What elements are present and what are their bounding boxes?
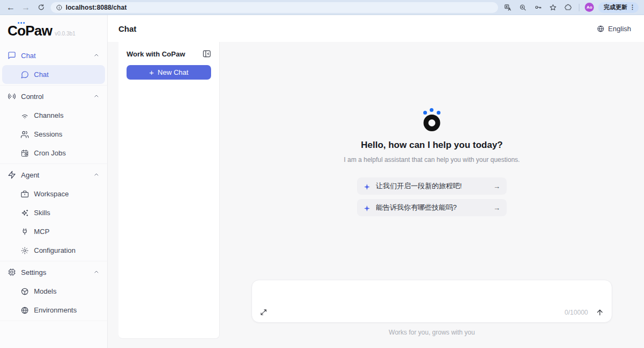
chevron-up-icon[interactable] [93,172,100,178]
password-key-icon[interactable] [533,2,543,13]
briefcase-icon [20,190,29,198]
broadcast-icon [8,92,16,101]
translate-icon[interactable] [502,2,513,13]
collapse-panel-icon[interactable] [202,49,212,59]
hero-block: Hello, how can I help you today? I am a … [344,108,520,216]
char-counter: 0/10000 [565,309,588,316]
wifi-icon [20,111,29,120]
arrow-right-icon: → [493,182,500,190]
nav-group-control: Control Channels Sessions [0,86,107,164]
greeting-title: Hello, how can I help you today? [361,140,503,151]
sidebar-item-environments[interactable]: Environments [0,301,107,319]
sidebar-item-channels[interactable]: Channels [0,106,107,125]
sidebar: CoPaw v0.0.3b1 Chat Cha [0,15,108,348]
plus-icon: + [149,68,154,76]
browser-reload-button[interactable] [36,2,46,13]
suggestion-text: 能告诉我你有哪些技能吗? [376,203,457,212]
section-label: Chat [21,52,36,60]
item-label: MCP [34,228,50,236]
sidebar-section-control[interactable]: Control [0,87,107,106]
greeting-subtitle: I am a helpful assistant that can help y… [344,156,520,164]
sidebar-section-settings[interactable]: Settings [0,262,107,282]
language-switcher[interactable]: English [597,25,631,33]
model-sphere-icon [20,287,29,296]
sidebar-item-sessions[interactable]: Sessions [0,125,107,144]
sidebar-item-models[interactable]: Models [0,282,107,301]
item-label: Workspace [34,190,69,198]
new-chat-label: New Chat [158,68,188,76]
nav-group-settings: Settings Models Environments [0,261,107,321]
language-label: English [608,25,631,33]
app-shell: CoPaw v0.0.3b1 Chat Cha [0,15,644,348]
browser-back-button[interactable]: ← [5,2,16,13]
content-area: Chat English Work with CoPaw [108,15,644,348]
suggestion-chip[interactable]: 让我们开启一段新的旅程吧! → [357,177,507,195]
suggestion-chip[interactable]: 能告诉我你有哪些技能吗? → [357,199,507,216]
page-header: Chat English [108,15,644,42]
message-composer: 0/10000 [251,280,612,323]
bookmark-star-icon[interactable] [548,2,558,13]
nav-group-chat: Chat Chat [0,45,107,86]
chevron-up-icon[interactable] [93,269,100,275]
item-label: Chat [34,70,48,79]
sidebar-nav: Chat Chat Control [0,45,107,348]
expand-icon[interactable] [260,308,268,317]
chat-panel-title: Work with CoPaw [127,50,185,58]
section-label: Control [21,93,44,101]
copaw-paw-logo-icon [419,108,445,131]
section-label: Agent [21,171,39,179]
item-label: Models [34,287,57,295]
chevron-up-icon[interactable] [93,93,100,100]
profile-avatar[interactable]: Ao [585,3,594,12]
sidebar-section-chat[interactable]: Chat [0,46,107,65]
paw-dots-icon [18,22,25,24]
item-label: Skills [34,209,50,217]
new-chat-button[interactable]: + New Chat [127,65,211,80]
sidebar-item-cron-jobs[interactable]: Cron Jobs [0,144,107,162]
calendar-clock-icon [20,149,29,158]
toolbar-divider [579,4,579,11]
update-label: 完成更新 [604,3,627,11]
footer-tagline: Works for you, grows with you [389,329,475,336]
arrow-right-icon: → [493,204,500,212]
sidebar-item-skills[interactable]: Skills [0,203,107,222]
users-icon [20,130,29,139]
browser-update-button[interactable]: 完成更新 ⋮ [598,2,639,13]
brand-c: C [8,23,17,39]
site-info-icon[interactable] [56,4,62,11]
send-icon[interactable] [596,308,604,317]
url-text: localhost:8088/chat [66,4,127,11]
address-bar[interactable]: localhost:8088/chat [51,2,498,13]
sparkle-icon [363,204,370,211]
chat-panel-header: Work with CoPaw [118,42,219,64]
browser-forward-button[interactable]: → [20,2,31,13]
item-label: Cron Jobs [34,149,66,157]
composer-toolbar: 0/10000 [260,308,604,317]
sidebar-item-configuration[interactable]: Configuration [0,241,107,260]
item-label: Environments [34,306,76,314]
sidebar-item-workspace[interactable]: Workspace [0,184,107,203]
sparkle-icon [363,183,370,190]
version-label: v0.0.3b1 [55,31,75,37]
zap-icon [8,171,16,179]
page-title: Chat [118,24,136,33]
section-label: Settings [21,268,46,276]
extensions-icon[interactable] [563,2,573,13]
sparkles-icon [20,209,29,217]
plug-icon [20,228,29,236]
item-label: Configuration [34,246,75,254]
message-input[interactable] [260,286,604,308]
sidebar-item-chat[interactable]: Chat [2,65,105,84]
body-area: Work with CoPaw + New Chat [108,42,644,348]
chat-list-panel: Work with CoPaw + New Chat [118,42,220,339]
sidebar-item-mcp[interactable]: MCP [0,222,107,241]
chevron-up-icon[interactable] [93,52,100,59]
browser-menu-icon[interactable]: ⋮ [629,4,635,11]
item-label: Sessions [34,130,62,138]
chat-main: Hello, how can I help you today? I am a … [220,42,644,348]
globe-icon [20,306,29,315]
sidebar-section-agent[interactable]: Agent [0,165,107,184]
gear-icon [20,246,29,255]
zoom-icon[interactable] [517,2,528,13]
item-label: Channels [34,111,64,119]
